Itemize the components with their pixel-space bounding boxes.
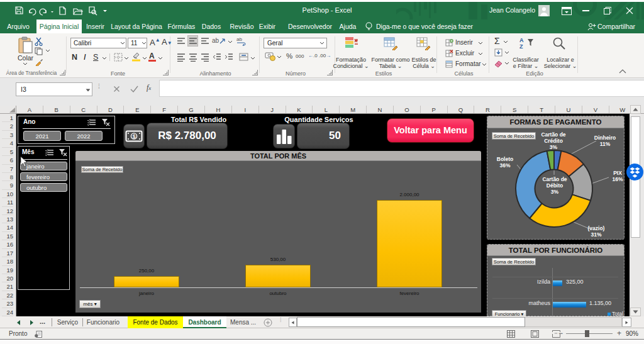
svg-text:A: A — [519, 37, 524, 43]
svg-text:$: $ — [133, 133, 136, 140]
svg-text:Z: Z — [519, 43, 523, 50]
svg-text:ab: ab — [236, 36, 242, 42]
